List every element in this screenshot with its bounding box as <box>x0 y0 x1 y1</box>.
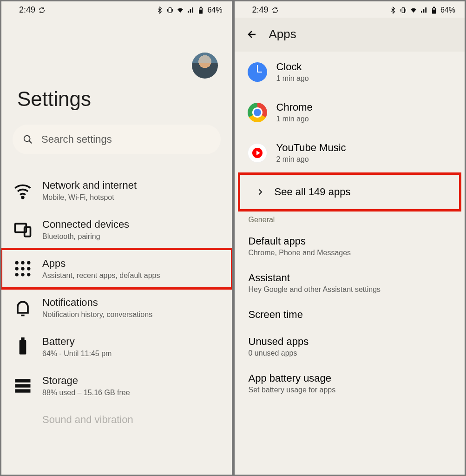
svg-rect-2 <box>199 10 203 13</box>
battery-icon <box>13 337 33 357</box>
option-label: Unused apps <box>249 336 454 348</box>
settings-item-battery[interactable]: Battery 64% - Until 11:45 pm <box>1 327 232 366</box>
devices-icon <box>13 219 33 240</box>
settings-item-connected[interactable]: Connected devices Bluetooth, pairing <box>1 210 232 249</box>
vibrate-icon <box>166 7 174 14</box>
chevron-right-icon <box>256 188 264 196</box>
app-label: YouTube Music <box>276 142 346 154</box>
settings-item-network[interactable]: Network and internet Mobile, Wi-Fi, hots… <box>1 171 232 210</box>
option-sub: Chrome, Phone and Messages <box>249 249 454 257</box>
option-sub: Hey Google and other Assistant settings <box>249 285 454 294</box>
option-label: Screen time <box>249 309 454 321</box>
storage-icon <box>13 376 33 396</box>
svg-rect-17 <box>20 340 26 354</box>
item-label: Apps <box>42 258 221 270</box>
svg-point-11 <box>15 267 19 270</box>
signal-icon <box>420 7 427 14</box>
bell-icon <box>13 298 33 318</box>
svg-rect-19 <box>15 379 31 382</box>
option-sub: Set battery usage for apps <box>249 386 454 394</box>
clock-app-icon <box>248 62 267 82</box>
svg-point-9 <box>21 261 24 264</box>
option-unused-apps[interactable]: Unused apps 0 unused apps <box>235 328 465 365</box>
svg-point-4 <box>24 136 30 142</box>
svg-rect-20 <box>15 384 31 387</box>
wifi-icon <box>410 7 417 14</box>
svg-rect-18 <box>21 337 24 340</box>
recent-app-clock[interactable]: Clock 1 min ago <box>235 52 465 92</box>
app-sub: 1 min ago <box>276 74 309 83</box>
status-bar: 2:49 64% <box>235 1 465 18</box>
vibrate-icon <box>400 7 407 14</box>
chrome-app-icon <box>248 103 267 122</box>
status-battery: 64% <box>440 6 455 14</box>
svg-point-13 <box>27 267 30 270</box>
wifi-icon <box>177 7 184 14</box>
option-label: App battery usage <box>249 372 454 384</box>
section-header-general: General <box>235 211 465 228</box>
svg-point-8 <box>15 261 19 264</box>
see-all-apps-button[interactable]: See all 149 apps <box>239 174 460 210</box>
sync-icon <box>38 7 46 14</box>
svg-rect-21 <box>15 389 31 392</box>
option-assistant[interactable]: Assistant Hey Google and other Assistant… <box>235 264 465 301</box>
item-sub: Notification history, conversations <box>42 311 221 319</box>
item-label: Sound and vibration <box>42 414 221 426</box>
item-sub: 64% - Until 11:45 pm <box>42 350 221 358</box>
app-header: Apps <box>235 18 465 52</box>
apps-grid-icon <box>13 258 33 279</box>
item-label: Network and internet <box>42 179 221 192</box>
battery-icon <box>197 7 204 14</box>
option-label: Default apps <box>249 235 454 247</box>
svg-point-12 <box>21 267 24 270</box>
svg-rect-24 <box>433 10 436 13</box>
svg-rect-22 <box>402 7 404 13</box>
option-sub: 0 unused apps <box>249 349 454 357</box>
app-sub: 2 min ago <box>276 155 346 164</box>
youtube-music-app-icon <box>248 143 267 163</box>
bluetooth-icon <box>156 7 164 14</box>
settings-screen: 2:49 64% Settings Search settings Ne <box>0 0 233 476</box>
svg-rect-3 <box>200 7 202 8</box>
status-time: 2:49 <box>252 5 269 15</box>
search-input[interactable]: Search settings <box>13 125 221 154</box>
item-label: Connected devices <box>42 218 221 231</box>
search-icon <box>23 134 33 145</box>
svg-point-5 <box>22 197 24 198</box>
settings-item-notifications[interactable]: Notifications Notification history, conv… <box>1 288 232 327</box>
signal-icon <box>187 7 194 14</box>
see-all-label: See all 149 apps <box>275 186 351 198</box>
bluetooth-icon <box>389 7 397 14</box>
status-time: 2:49 <box>19 5 35 15</box>
apps-screen: 2:49 64% Apps Clock 1 min ago <box>233 0 466 476</box>
option-screen-time[interactable]: Screen time <box>235 301 465 328</box>
wifi-icon <box>13 180 33 201</box>
search-placeholder: Search settings <box>41 133 112 145</box>
option-label: Assistant <box>249 272 454 284</box>
item-sub: Bluetooth, pairing <box>42 232 221 241</box>
app-label: Clock <box>276 61 309 73</box>
back-arrow-icon[interactable] <box>247 29 258 40</box>
svg-rect-25 <box>433 7 435 8</box>
svg-point-15 <box>21 273 24 276</box>
svg-rect-0 <box>169 7 171 13</box>
recent-app-youtube-music[interactable]: YouTube Music 2 min ago <box>235 132 465 173</box>
svg-point-10 <box>27 261 30 264</box>
status-bar: 2:49 64% <box>1 1 232 18</box>
item-label: Notifications <box>42 297 221 309</box>
battery-icon <box>430 7 438 14</box>
item-sub: 88% used – 15.16 GB free <box>42 389 221 397</box>
svg-point-14 <box>15 273 19 276</box>
app-label: Chrome <box>276 101 313 113</box>
settings-item-storage[interactable]: Storage 88% used – 15.16 GB free <box>1 366 232 405</box>
svg-point-16 <box>27 273 30 276</box>
option-battery-usage[interactable]: App battery usage Set battery usage for … <box>235 365 465 402</box>
item-label: Storage <box>42 375 221 387</box>
item-sub: Mobile, Wi-Fi, hotspot <box>42 193 221 202</box>
profile-avatar[interactable] <box>192 53 218 79</box>
settings-item-sound[interactable]: Sound and vibration <box>1 405 232 434</box>
recent-app-chrome[interactable]: Chrome 1 min ago <box>235 92 465 132</box>
option-default-apps[interactable]: Default apps Chrome, Phone and Messages <box>235 228 465 264</box>
settings-item-apps[interactable]: Apps Assistant, recent apps, default app… <box>1 249 232 288</box>
item-sub: Assistant, recent apps, default apps <box>42 271 221 280</box>
